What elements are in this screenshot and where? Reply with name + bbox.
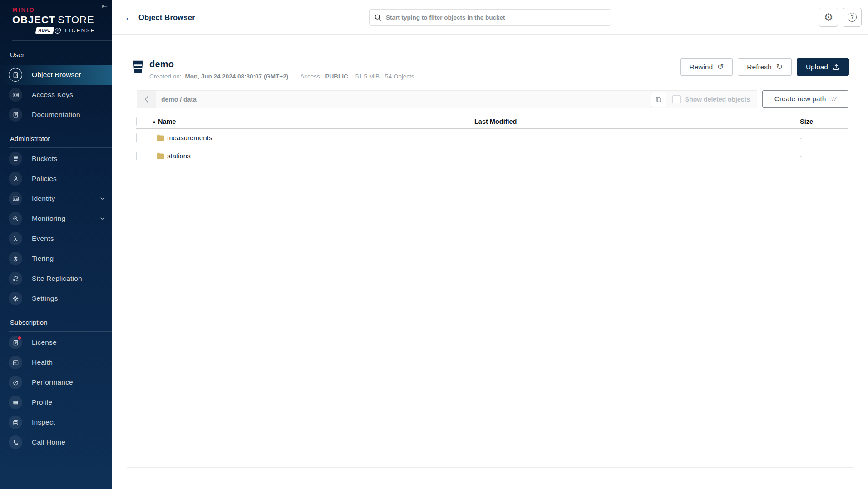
sidebar-item-label: Site Replication xyxy=(32,274,82,283)
object-size: - xyxy=(800,134,848,142)
identity-icon xyxy=(9,192,22,205)
path-row: demo / data Show deleted objects Create … xyxy=(137,90,848,108)
created-on-value: Mon, Jun 24 2024 08:30:07 (GMT+2) xyxy=(185,73,289,80)
folder-icon xyxy=(157,152,164,159)
sidebar-item-label: Call Home xyxy=(32,438,65,446)
object-name[interactable]: stations xyxy=(167,152,191,160)
sidebar-item-label: Tiering xyxy=(32,254,54,263)
events-icon xyxy=(9,232,22,245)
access-value: PUBLIC xyxy=(326,73,348,80)
call-home-icon xyxy=(9,435,22,449)
sidebar-item-health[interactable]: Health xyxy=(0,352,112,372)
app-title-bold: OBJECT xyxy=(12,14,55,25)
inspect-icon xyxy=(9,416,22,429)
show-deleted-checkbox[interactable] xyxy=(672,95,681,103)
row-checkbox[interactable] xyxy=(136,133,137,142)
agpl-swoosh-icon: ✓ xyxy=(54,28,61,34)
sidebar-item-label: License xyxy=(32,338,57,347)
show-deleted-toggle: Show deleted objects xyxy=(672,95,750,103)
notification-dot xyxy=(17,336,22,340)
table-row-stations[interactable]: stations- xyxy=(136,147,848,165)
license-label: LICENSE xyxy=(65,28,95,33)
sidebar-item-label: Events xyxy=(32,235,54,243)
show-deleted-label: Show deleted objects xyxy=(685,96,750,103)
section-header-administrator: Administrator xyxy=(0,125,112,147)
divider xyxy=(9,64,112,64)
sidebar-item-label: Profile xyxy=(32,398,52,406)
copy-path-button[interactable] xyxy=(651,92,666,107)
minio-brand-text: MINIO xyxy=(12,6,112,13)
help-button[interactable]: ? xyxy=(843,8,862,27)
refresh-button[interactable]: Refresh ↻ xyxy=(738,58,792,76)
sidebar-item-label: Object Browser xyxy=(32,71,81,79)
access-label: Access: xyxy=(300,73,321,80)
sidebar-item-label: Performance xyxy=(32,378,73,386)
app-title: OBJECTSTORE xyxy=(12,14,112,26)
sidebar-item-license[interactable]: License xyxy=(0,333,112,352)
back-arrow-icon[interactable]: ← xyxy=(124,13,133,22)
sidebar-item-object-browser[interactable]: Object Browser xyxy=(0,65,112,85)
chevron-down-icon[interactable] xyxy=(99,215,105,221)
sidebar-item-buckets[interactable]: Buckets xyxy=(0,149,112,169)
breadcrumb-back-button[interactable] xyxy=(137,91,156,108)
policies-icon xyxy=(9,172,22,186)
sidebar-item-label: Documentation xyxy=(32,111,80,119)
sidebar-item-policies[interactable]: Policies xyxy=(0,169,112,189)
column-header-last-modified[interactable]: Last Modified xyxy=(474,118,800,125)
refresh-label: Refresh xyxy=(747,63,771,71)
sort-ascending-icon: ▲ xyxy=(152,119,156,124)
sidebar-item-performance[interactable]: Performance xyxy=(0,372,112,392)
license-row: AGPL ✓ LICENSE xyxy=(12,27,112,34)
search-input[interactable] xyxy=(386,14,606,21)
breadcrumb-bar: demo / data Show deleted objects xyxy=(137,90,757,108)
sidebar-item-label: Access Keys xyxy=(32,91,73,99)
page-title: Object Browser xyxy=(138,13,195,22)
sidebar-collapse-icon[interactable]: ⇤ xyxy=(102,3,108,10)
sidebar-item-profile[interactable]: Profile xyxy=(0,392,112,412)
sidebar-item-settings[interactable]: Settings xyxy=(0,289,112,308)
object-filter-search[interactable] xyxy=(369,9,611,26)
object-size: - xyxy=(800,152,848,160)
chevron-down-icon[interactable] xyxy=(99,196,105,201)
sidebar-item-inspect[interactable]: Inspect xyxy=(0,412,112,432)
select-all-checkbox[interactable] xyxy=(136,117,137,126)
upload-label: Upload xyxy=(806,63,828,71)
help-icon: ? xyxy=(848,13,857,22)
divider xyxy=(9,147,112,148)
profile-icon xyxy=(9,396,22,409)
sidebar-item-identity[interactable]: Identity xyxy=(0,189,112,209)
rewind-button[interactable]: Rewind ↺ xyxy=(680,58,733,76)
row-checkbox[interactable] xyxy=(136,152,137,160)
monitoring-icon xyxy=(9,212,22,225)
column-header-name[interactable]: ▲Name xyxy=(152,118,474,125)
sidebar-item-site-replication[interactable]: Site Replication xyxy=(0,269,112,289)
sidebar-item-label: Settings xyxy=(32,294,58,303)
sidebar-item-call-home[interactable]: Call Home xyxy=(0,432,112,452)
refresh-icon: ↻ xyxy=(776,63,783,71)
app-title-light: STORE xyxy=(58,14,94,25)
upload-button[interactable]: Upload xyxy=(797,58,849,76)
name-header-label: Name xyxy=(158,118,176,125)
breadcrumb[interactable]: demo / data xyxy=(156,96,651,103)
documentation-icon xyxy=(9,108,22,122)
tiering-icon xyxy=(9,252,22,265)
create-new-path-button[interactable]: Create new path :// xyxy=(762,90,848,108)
table-row-measurements[interactable]: measurements- xyxy=(136,129,848,147)
column-header-size[interactable]: Size xyxy=(800,118,848,125)
access-keys-icon xyxy=(9,88,22,102)
object-browser-icon xyxy=(9,68,22,82)
create-new-path-label: Create new path xyxy=(774,95,826,103)
folder-icon xyxy=(157,134,164,141)
bucket-browser-card: demo Created on: Mon, Jun 24 2024 08:30:… xyxy=(127,51,854,468)
sidebar-item-documentation[interactable]: Documentation xyxy=(0,105,112,125)
settings-button[interactable]: ⚙ xyxy=(819,8,838,27)
performance-icon xyxy=(9,376,22,389)
section-header-user: User xyxy=(0,41,112,64)
sidebar-item-tiering[interactable]: Tiering xyxy=(0,249,112,269)
upload-icon xyxy=(833,64,840,71)
object-name[interactable]: measurements xyxy=(167,134,212,142)
sidebar-item-events[interactable]: Events xyxy=(0,229,112,249)
settings-icon xyxy=(9,292,22,305)
sidebar-item-monitoring[interactable]: Monitoring xyxy=(0,209,112,229)
sidebar-item-access-keys[interactable]: Access Keys xyxy=(0,85,112,105)
